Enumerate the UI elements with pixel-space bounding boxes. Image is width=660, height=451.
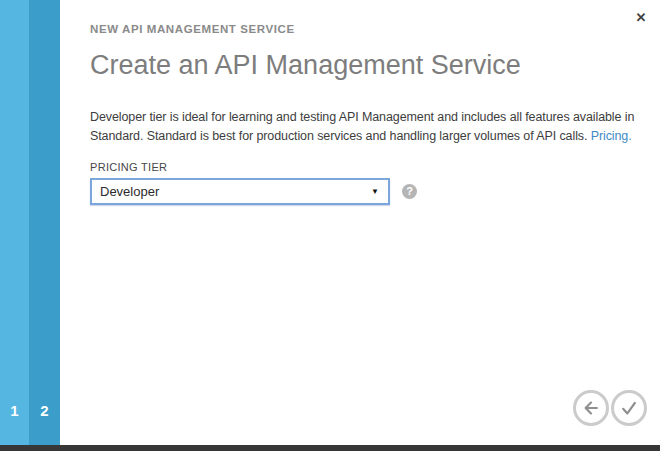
page-title: Create an API Management Service — [90, 50, 642, 80]
bottom-strip — [0, 445, 660, 451]
dialog-eyebrow: NEW API MANAGEMENT SERVICE — [90, 23, 642, 35]
dialog-content: NEW API MANAGEMENT SERVICE Create an API… — [90, 0, 642, 205]
checkmark-icon — [619, 398, 639, 418]
wizard-step-2-bar[interactable]: 2 — [29, 0, 60, 445]
pricing-tier-select[interactable]: Developer ▼ — [90, 178, 390, 205]
wizard-nav-buttons — [573, 390, 647, 426]
description-body: Developer tier is ideal for learning and… — [90, 110, 634, 143]
pricing-tier-selected-value: Developer — [92, 184, 159, 199]
create-api-management-dialog: 1 2 ✕ NEW API MANAGEMENT SERVICE Create … — [0, 0, 660, 451]
wizard-step-1-number: 1 — [10, 403, 18, 419]
wizard-step-2-number: 2 — [40, 403, 48, 419]
arrow-left-icon — [581, 398, 601, 418]
chevron-down-icon: ▼ — [371, 188, 379, 196]
submit-button[interactable] — [611, 390, 647, 426]
pricing-link[interactable]: Pricing. — [591, 129, 632, 143]
help-icon[interactable]: ? — [402, 184, 417, 199]
description-text: Developer tier is ideal for learning and… — [90, 108, 642, 146]
back-button[interactable] — [573, 390, 609, 426]
pricing-tier-row: Developer ▼ ? — [90, 178, 642, 205]
pricing-tier-label: PRICING TIER — [90, 161, 642, 173]
wizard-step-1-bar[interactable]: 1 — [0, 0, 29, 445]
